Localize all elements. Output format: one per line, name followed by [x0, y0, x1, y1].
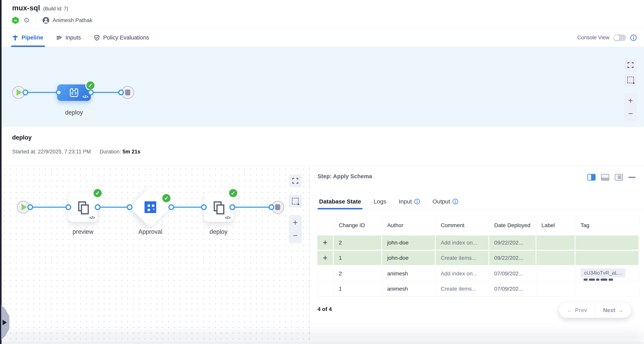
zoom-in-button[interactable]: +	[293, 217, 298, 228]
cell-expander	[317, 266, 334, 281]
tab-database-state[interactable]: Database State	[319, 194, 361, 209]
marquee-select-button[interactable]	[624, 74, 637, 86]
info-icon[interactable]	[630, 35, 637, 41]
play-icon	[16, 89, 22, 96]
tab-label: Inputs	[66, 35, 81, 41]
table-row[interactable]: 2 animesh Add index on... 07/09/202... c…	[317, 266, 639, 281]
port	[201, 204, 207, 210]
console-view-toggle[interactable]	[613, 35, 626, 41]
shield-check-icon	[94, 35, 100, 41]
split-horizontal-icon[interactable]	[601, 174, 609, 181]
fullscreen-icon	[627, 62, 634, 68]
port	[56, 90, 62, 95]
table-row[interactable]: + 1 john-doe Create items... 09/22/202..…	[317, 251, 639, 266]
zoom-in-button[interactable]: +	[628, 95, 633, 106]
tab-label: Database State	[319, 198, 361, 205]
panel-title: Step: Apply Schema	[318, 173, 372, 180]
zoom-out-button[interactable]: −	[293, 230, 298, 241]
cell-label	[536, 281, 576, 296]
avatar-icon	[42, 17, 50, 24]
node-label-deploy: deploy	[65, 109, 83, 116]
next-button[interactable]: Next →	[595, 302, 631, 318]
tag-pill[interactable]: cU34ioTvR_aL...	[580, 268, 626, 277]
bottom-split: </> ✓ ✓ </> ✓	[2, 166, 644, 344]
port	[168, 204, 174, 210]
code-badge: </>	[82, 94, 88, 99]
node-label-deploy: deploy	[210, 228, 227, 235]
expand-row-button[interactable]: +	[317, 235, 334, 250]
bottom-sheet-edge[interactable]	[2, 341, 644, 344]
cell-date-deployed: 09/22/202...	[489, 251, 536, 265]
code-badge: </>	[89, 215, 95, 220]
main-tabbar: Pipeline Inputs Policy Evaluations Conso…	[2, 28, 644, 47]
gear-icon[interactable]: ⚙	[24, 17, 30, 24]
minimize-icon[interactable]	[628, 177, 636, 178]
divider	[310, 209, 644, 209]
col-date-deployed: Date Deployed	[489, 215, 536, 235]
tab-logs[interactable]: Logs	[374, 194, 386, 209]
node-label-approval: Approval	[138, 228, 162, 235]
tab-inputs[interactable]: Inputs	[56, 28, 81, 47]
panel-tabs: Database State Logs Input Output	[319, 194, 458, 209]
step-node-preview[interactable]: </>	[68, 193, 98, 222]
stop-icon	[275, 204, 280, 210]
success-check-icon: ✓	[161, 193, 172, 203]
info-icon[interactable]	[414, 199, 420, 204]
arrow-left-icon: ←	[567, 307, 572, 313]
zoom-out-button[interactable]: −	[628, 108, 633, 119]
cell-date-deployed: 07/09/202...	[489, 266, 536, 281]
port	[27, 204, 33, 210]
tab-policy-evaluations[interactable]: Policy Evaluations	[94, 28, 149, 47]
tab-input[interactable]: Input	[399, 194, 420, 209]
tab-label: Policy Evaluations	[103, 35, 149, 41]
tab-label: Input	[399, 198, 412, 205]
col-label: Label	[536, 215, 576, 235]
active-tab-underline	[11, 46, 45, 47]
marquee-icon	[292, 198, 298, 204]
edge	[30, 207, 68, 208]
tab-label: Logs	[374, 198, 386, 205]
tab-output[interactable]: Output	[432, 194, 458, 209]
col-tag: Tag	[576, 215, 639, 235]
pipeline-canvas-bottom[interactable]: </> ✓ ✓ </> ✓	[2, 166, 310, 344]
console-view-label: Console View	[577, 35, 610, 41]
success-check-icon: ✓	[85, 80, 96, 91]
arrow-right-icon: →	[618, 307, 623, 313]
table-header-row: Change ID Author Comment Date Deployed L…	[317, 215, 639, 235]
pipeline-canvas-top[interactable]: </> ✓ deploy + −	[2, 47, 644, 127]
edge	[98, 207, 130, 208]
code-template-icon	[68, 87, 80, 98]
tab-pipeline[interactable]: Pipeline	[12, 28, 43, 47]
cell-date-deployed: 09/22/202...	[489, 235, 536, 250]
col-expander	[317, 215, 334, 235]
pagination: ← Prev Next →	[559, 302, 631, 318]
step-node-deploy[interactable]: </>	[204, 193, 233, 222]
marquee-select-button[interactable]	[289, 195, 302, 208]
port	[127, 204, 132, 210]
step-summary: deploy Started at: 22/9/2025, 7:23:11 PM…	[2, 127, 644, 166]
prev-button[interactable]: ← Prev	[559, 302, 595, 318]
zoom-controls: + −	[289, 215, 302, 243]
info-icon[interactable]	[452, 199, 458, 204]
table-row[interactable]: + 2 john-doe Add index on... 09/22/202..…	[317, 235, 639, 251]
edge	[232, 207, 272, 208]
inputs-icon	[56, 35, 62, 41]
expand-row-button[interactable]: +	[317, 251, 334, 265]
node-label-preview: preview	[73, 228, 94, 235]
port	[230, 204, 235, 210]
user-chip: Animesh Pathak	[42, 17, 92, 24]
duration: Duration: 5m 21s	[100, 149, 140, 155]
cell-tag	[576, 251, 639, 265]
split-vertical-icon[interactable]	[587, 174, 596, 181]
toggle-knob	[614, 35, 620, 41]
cell-label	[536, 266, 576, 281]
table-row[interactable]: 1 animesh Create items... 07/09/202...	[317, 281, 639, 296]
fullscreen-button[interactable]	[289, 174, 302, 187]
summary-step-name: deploy	[12, 134, 32, 141]
floating-panel-icon[interactable]	[615, 174, 623, 181]
tab-label: Output	[432, 198, 450, 205]
col-author: Author	[382, 215, 436, 235]
tab-label: Pipeline	[22, 35, 43, 41]
cell-comment: Add index on...	[436, 235, 489, 250]
fullscreen-button[interactable]	[624, 59, 637, 72]
